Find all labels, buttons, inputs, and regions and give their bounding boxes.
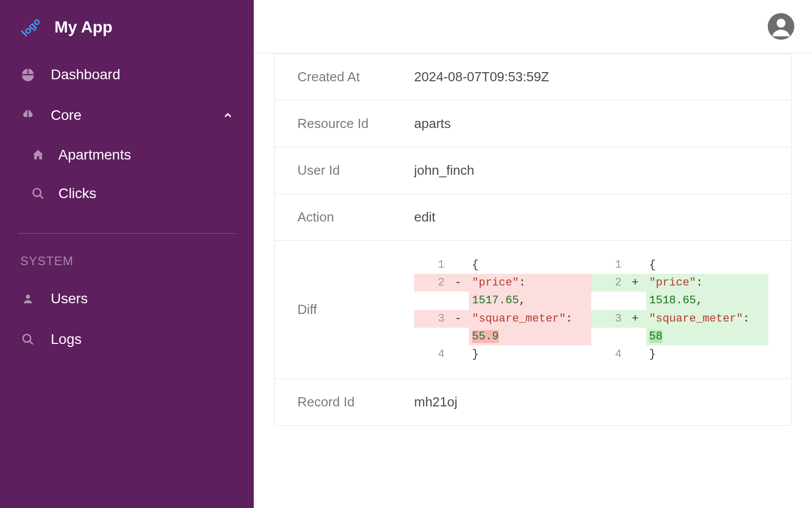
logo-icon: logo	[19, 15, 43, 39]
detail-label: User Id	[297, 163, 414, 178]
svg-point-0	[33, 188, 41, 196]
diff-line-number: 4	[591, 345, 632, 363]
detail-value: aparts	[414, 116, 451, 132]
diff-marker: -	[455, 310, 469, 328]
diff-text: "square_meter": 55.9	[469, 310, 591, 345]
detail-row-record-id: Record Id mh21oj	[275, 379, 791, 425]
diff-text: }	[646, 345, 768, 363]
sidebar-item-core[interactable]: Core	[0, 95, 254, 136]
detail-row-created-at: Created At 2024-08-07T09:53:59Z	[275, 54, 791, 101]
diff-line-added: 2 + "price": 1518.65,	[591, 274, 768, 309]
brain-icon	[20, 108, 36, 123]
diff-line: 1 {	[414, 256, 591, 274]
sidebar-section-label: SYSTEM	[0, 244, 254, 278]
sidebar: logo My App Dashboard Core Apartments Cl…	[0, 0, 254, 508]
diff-line-removed: 3 - "square_meter": 55.9	[414, 310, 591, 345]
content: Created At 2024-08-07T09:53:59Z Resource…	[254, 53, 812, 508]
sidebar-item-label: Logs	[51, 331, 82, 347]
sidebar-item-label: Clicks	[58, 185, 96, 202]
detail-card: Created At 2024-08-07T09:53:59Z Resource…	[274, 53, 792, 426]
diff-line: 4 }	[591, 345, 768, 363]
sidebar-header: logo My App	[0, 0, 254, 54]
sidebar-item-label: Core	[51, 107, 82, 123]
diff-line-removed: 2 - "price": 1517.65,	[414, 274, 591, 309]
diff-left: 1 { 2 - "price": 1517.65, 3 - "squa	[414, 256, 591, 363]
detail-label: Action	[297, 209, 414, 225]
detail-label: Record Id	[297, 394, 414, 410]
diff-text: {	[646, 256, 768, 274]
detail-value: 2024-08-07T09:53:59Z	[414, 69, 549, 85]
diff-line-number: 1	[414, 256, 455, 274]
diff-line: 4 }	[414, 345, 591, 363]
diff-marker: -	[455, 274, 469, 292]
diff-marker: +	[632, 310, 646, 328]
detail-row-action: Action edit	[275, 194, 791, 241]
diff-line: 1 {	[591, 256, 768, 274]
detail-row-diff: Diff 1 { 2 - "price": 1517.65,	[275, 241, 791, 379]
avatar-icon	[768, 13, 794, 40]
sidebar-item-logs[interactable]: Logs	[0, 319, 254, 360]
topbar	[254, 0, 812, 53]
diff-text: {	[469, 256, 591, 274]
sidebar-item-label: Users	[51, 291, 88, 307]
detail-value: edit	[414, 209, 435, 225]
detail-label: Diff	[297, 302, 414, 318]
detail-label: Resource Id	[297, 116, 414, 132]
user-icon	[20, 291, 36, 306]
diff-text: }	[469, 345, 591, 363]
diff-line-number: 3	[414, 310, 455, 328]
diff-right: 1 { 2 + "price": 1518.65, 3 + "squa	[591, 256, 768, 363]
detail-value: john_finch	[414, 163, 475, 178]
diff-line-number: 1	[591, 256, 632, 274]
diff-text: "price": 1517.65,	[469, 274, 591, 309]
diff-line-number: 2	[414, 274, 455, 292]
diff-line-added: 3 + "square_meter": 58	[591, 310, 768, 345]
sidebar-item-dashboard[interactable]: Dashboard	[0, 54, 254, 95]
avatar-button[interactable]	[768, 13, 794, 40]
app-title: My App	[54, 18, 112, 37]
sidebar-item-label: Apartments	[58, 147, 131, 163]
sidebar-item-label: Dashboard	[51, 67, 120, 83]
sidebar-item-apartments[interactable]: Apartments	[0, 136, 254, 174]
home-icon	[30, 147, 46, 163]
chevron-up-icon	[222, 110, 233, 121]
diff-line-number: 4	[414, 345, 455, 363]
diff-line-number: 2	[591, 274, 632, 292]
sidebar-item-clicks[interactable]: Clicks	[0, 174, 254, 213]
diff-viewer: 1 { 2 - "price": 1517.65, 3 - "squa	[414, 256, 768, 363]
sidebar-item-users[interactable]: Users	[0, 278, 254, 319]
svg-line-1	[40, 195, 43, 199]
main: Created At 2024-08-07T09:53:59Z Resource…	[254, 0, 812, 508]
search-icon	[20, 332, 36, 347]
svg-point-2	[26, 295, 30, 299]
diff-text: "square_meter": 58	[646, 310, 768, 345]
detail-row-user-id: User Id john_finch	[275, 147, 791, 194]
detail-label: Created At	[297, 69, 414, 85]
detail-value: mh21oj	[414, 394, 457, 410]
diff-line-number: 3	[591, 310, 632, 328]
svg-point-6	[776, 19, 785, 27]
sidebar-divider	[18, 233, 236, 234]
svg-line-4	[29, 341, 33, 344]
diff-marker: +	[632, 274, 646, 292]
diff-text: "price": 1518.65,	[646, 274, 768, 309]
search-icon	[30, 186, 46, 201]
pie-chart-icon	[20, 67, 36, 82]
detail-row-resource-id: Resource Id aparts	[275, 101, 791, 147]
svg-point-3	[23, 334, 30, 342]
